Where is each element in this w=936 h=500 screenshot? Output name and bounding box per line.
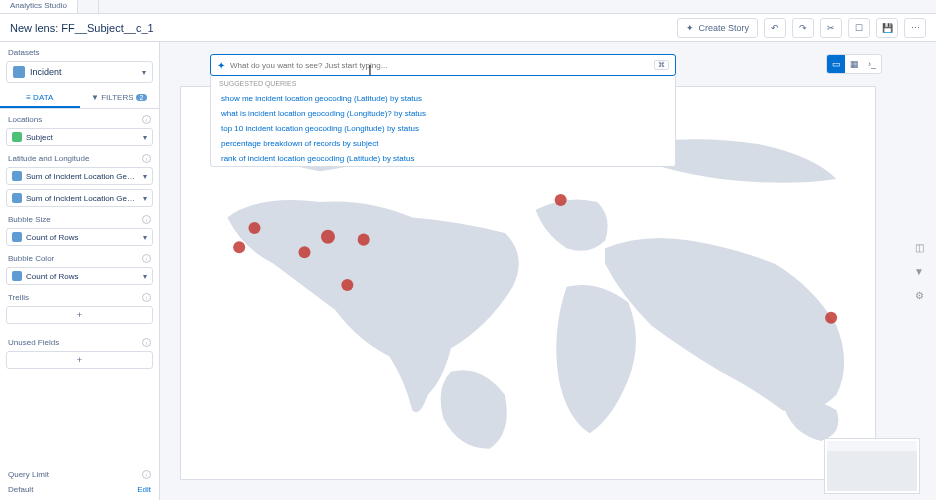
canvas: ✦ ⌘ I SUGGESTED QUERIES show me incident… (160, 42, 936, 500)
view-toggle: ▭ ▦ ›_ (826, 54, 882, 74)
field-latitude[interactable]: Sum of Incident Location Geocoding (Lati… (6, 167, 153, 185)
sparkle-icon: ✦ (217, 60, 225, 71)
query-limit-label: Query Limit (8, 470, 49, 479)
field-bubble-color[interactable]: Count of Rows ▾ (6, 267, 153, 285)
chevron-down-icon: ▾ (143, 272, 147, 281)
trellis-label: Trellis (8, 293, 29, 302)
save-button[interactable]: 💾 (876, 18, 898, 38)
search-box[interactable]: ✦ ⌘ (210, 54, 676, 76)
measure-icon (12, 193, 22, 203)
info-icon[interactable]: i (142, 215, 151, 224)
info-icon[interactable]: i (142, 470, 151, 479)
search-input[interactable] (230, 61, 649, 70)
keyboard-hint: ⌘ (654, 60, 669, 70)
field-subject[interactable]: Subject ▾ (6, 128, 153, 146)
chevron-down-icon: ▾ (143, 233, 147, 242)
unused-add-button[interactable]: + (6, 351, 153, 369)
data-bubble[interactable] (248, 222, 260, 234)
text-cursor-icon: I (368, 62, 372, 78)
data-bubble[interactable] (555, 194, 567, 206)
suggestion-item[interactable]: top 10 incident location geocoding (Long… (211, 121, 675, 136)
code-view-button[interactable]: ›_ (863, 55, 881, 73)
bookmark-button[interactable]: ☐ (848, 18, 870, 38)
bubble-color-label: Bubble Color (8, 254, 54, 263)
text-field-icon (12, 132, 22, 142)
suggestion-item[interactable]: show me incident location geocoding (Lat… (211, 91, 675, 106)
cut-button[interactable]: ✂ (820, 18, 842, 38)
wand-icon: ✦ (686, 23, 694, 33)
info-icon[interactable]: i (142, 338, 151, 347)
chart-view-button[interactable]: ▭ (827, 55, 845, 73)
data-bubble[interactable] (298, 246, 310, 258)
info-icon[interactable]: i (142, 254, 151, 263)
filter-tool-icon[interactable]: ▼ (912, 266, 926, 280)
unused-label: Unused Fields (8, 338, 59, 347)
suggestion-item[interactable]: what is incident location geocoding (Lon… (211, 106, 675, 121)
suggestion-item[interactable]: percentage breakdown of records by subje… (211, 136, 675, 151)
tab-data[interactable]: ≡ DATA (0, 89, 80, 108)
chevron-down-icon: ▾ (143, 172, 147, 181)
info-icon[interactable]: i (142, 293, 151, 302)
measure-icon (12, 271, 22, 281)
datasets-label: Datasets (8, 48, 40, 57)
undo-button[interactable]: ↶ (764, 18, 786, 38)
locations-label: Locations (8, 115, 42, 124)
settings-tool-icon[interactable]: ⚙ (912, 290, 926, 304)
measure-icon (12, 171, 22, 181)
chevron-down-icon: ▾ (143, 133, 147, 142)
sidebar: Datasets Incident ▾ ≡ DATA ▼ FILTERS2 Lo… (0, 42, 160, 500)
query-limit-value: Default (8, 485, 33, 494)
data-bubble[interactable] (341, 279, 353, 291)
suggestions-header: SUGGESTED QUERIES (211, 76, 675, 91)
page-title: New lens: FF__Subject__c_1 (10, 22, 154, 34)
dataset-item[interactable]: Incident ▾ (6, 61, 153, 83)
table-view-button[interactable]: ▦ (845, 55, 863, 73)
latlon-label: Latitude and Longitude (8, 154, 89, 163)
data-bubble[interactable] (321, 230, 335, 244)
more-button[interactable]: ⋯ (904, 18, 926, 38)
info-icon[interactable]: i (142, 154, 151, 163)
data-bubble[interactable] (825, 312, 837, 324)
tab-filters[interactable]: ▼ FILTERS2 (80, 89, 160, 108)
suggestion-item[interactable]: rank of incident location geocoding (Lat… (211, 151, 675, 166)
info-icon[interactable]: i (142, 115, 151, 124)
suggestions-dropdown: SUGGESTED QUERIES show me incident locat… (210, 76, 676, 167)
tab-home[interactable]: Analytics Studio (0, 0, 78, 13)
redo-button[interactable]: ↷ (792, 18, 814, 38)
chevron-down-icon: ▾ (143, 194, 147, 203)
chart-tool-icon[interactable]: ◫ (912, 242, 926, 256)
field-longitude[interactable]: Sum of Incident Location Geocoding (Long… (6, 189, 153, 207)
edit-link[interactable]: Edit (137, 485, 151, 494)
field-bubble-size[interactable]: Count of Rows ▾ (6, 228, 153, 246)
data-bubble[interactable] (358, 234, 370, 246)
minimap[interactable] (824, 438, 920, 494)
bubble-size-label: Bubble Size (8, 215, 51, 224)
dataset-icon (13, 66, 25, 78)
create-story-button[interactable]: ✦ Create Story (677, 18, 758, 38)
tab-lens[interactable] (78, 0, 99, 13)
data-bubble[interactable] (233, 241, 245, 253)
measure-icon (12, 232, 22, 242)
chevron-down-icon: ▾ (142, 68, 146, 77)
trellis-add-button[interactable]: + (6, 306, 153, 324)
